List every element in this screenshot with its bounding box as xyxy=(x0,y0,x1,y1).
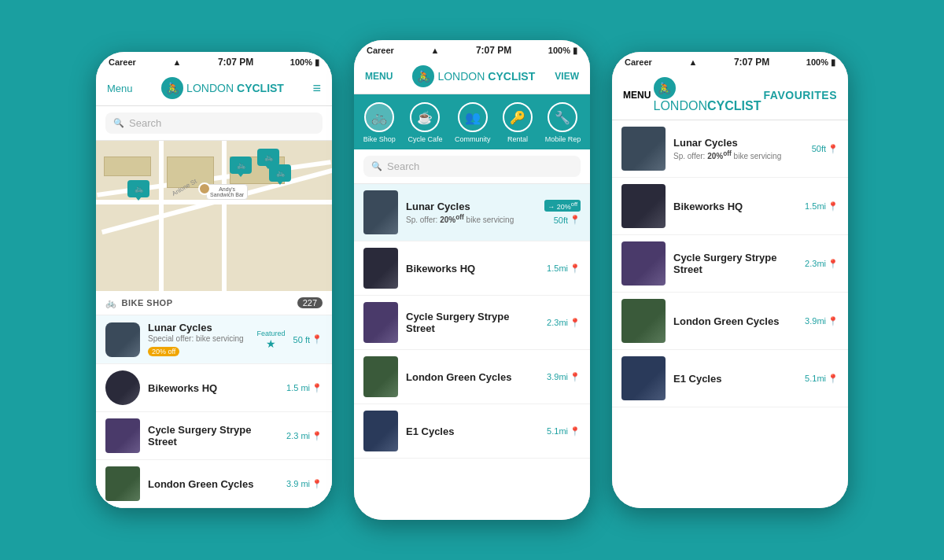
map-pin-3[interactable]: 🚲 xyxy=(269,164,291,182)
p3-item-bikeworks[interactable]: Bikeworks HQ 1.5mi 📍 xyxy=(612,178,848,235)
list-item-featured-1[interactable]: Lunar Cycles Special offer: bike servici… xyxy=(96,315,332,364)
search-placeholder-1: Search xyxy=(129,117,161,129)
p3-name-cyclesurgery: Cycle Surgery Strype Street xyxy=(673,252,797,275)
p3-list: Lunar Cycles Sp. offer: 20%off bike serv… xyxy=(612,120,848,508)
p3-item-lunar[interactable]: Lunar Cycles Sp. offer: 20%off bike serv… xyxy=(612,120,848,178)
list-item-cyclesurgery-1[interactable]: Cycle Surgery Strype Street 2.3 mi 📍 xyxy=(96,412,332,460)
map-pin-2[interactable]: 🚲 xyxy=(257,149,279,166)
dist-value-cyclesurgery-1: 2.3 mi xyxy=(286,431,310,440)
p3-item-cyclesurgery[interactable]: Cycle Surgery Strype Street 2.3mi 📍 xyxy=(612,235,848,293)
p3-thumb-londongreen xyxy=(621,299,666,343)
p3-info-londongreen: London Green Cycles xyxy=(673,315,797,327)
logo-3: 🚴 LONDONCYCLIST xyxy=(654,77,761,113)
cat-tab-rental[interactable]: 🔑 Rental xyxy=(503,102,533,143)
map-pin-1[interactable]: 🚲 xyxy=(230,157,252,174)
menu-link-2[interactable]: MENU xyxy=(365,71,393,82)
menu-link-1[interactable]: Menu xyxy=(107,83,133,94)
p3-info-bikeworks: Bikeworks HQ xyxy=(673,201,797,212)
p3-dist-value-bikeworks: 1.5mi xyxy=(805,201,826,211)
list-item-londongreen-2[interactable]: London Green Cycles 3.9mi 📍 xyxy=(354,350,590,404)
loc-icon-londongreen-2: 📍 xyxy=(570,372,581,382)
logo-icon-1: 🚴 xyxy=(161,77,183,99)
item-thumb-lunar-1 xyxy=(105,322,140,357)
p3-name-londongreen: London Green Cycles xyxy=(673,315,797,327)
search-bar-2: 🔍 Search xyxy=(354,149,590,184)
favourites-title: FAVOURITES xyxy=(764,89,837,101)
dist-value-londongreen-1: 3.9 mi xyxy=(286,479,310,488)
p3-item-londongreen[interactable]: London Green Cycles 3.9mi 📍 xyxy=(612,293,848,350)
featured-right-2: → 20%off 50ft 📍 xyxy=(544,200,581,225)
dist-value-lunar-2: 50ft xyxy=(554,216,568,225)
cat-tab-mobilerep[interactable]: 🔧 Mobile Rep xyxy=(545,102,581,143)
search-input-2[interactable]: 🔍 Search xyxy=(363,156,581,177)
cat-icon-rental: 🔑 xyxy=(503,102,533,132)
hamburger-icon-1[interactable]: ≡ xyxy=(312,80,321,97)
item-thumb-bikeworks-1 xyxy=(105,370,140,405)
app-header-1: Menu 🚴 LONDONCYCLIST ≡ xyxy=(96,71,332,106)
list-item-featured-2[interactable]: Lunar Cycles Sp. offer: 20%off bike serv… xyxy=(354,184,590,241)
p3-thumb-cyclesurgery xyxy=(621,241,666,286)
item-info-cyclesurgery-1: Cycle Surgery Strype Street xyxy=(148,424,278,448)
p3-loc-e1: 📍 xyxy=(828,374,839,384)
battery-pct-1: 100% xyxy=(290,57,312,67)
logo-cyclist-2: CYCLIST xyxy=(488,70,535,83)
item-thumb-londongreen-1 xyxy=(105,466,140,501)
menu-link-3[interactable]: MENU xyxy=(623,90,651,101)
search-input-1[interactable]: 🔍 Search xyxy=(105,112,323,134)
app-header-3: MENU 🚴 LONDONCYCLIST FAVOURITES xyxy=(612,71,848,120)
item-dist-e1-2: 5.1mi 📍 xyxy=(547,426,581,437)
item-dist-lunar-2: 50ft 📍 xyxy=(554,215,581,225)
status-bar-1: Career ▲ 7:07 PM 100% ▮ xyxy=(96,52,332,71)
search-placeholder-2: Search xyxy=(387,160,419,172)
p3-dist-value-lunar: 50ft xyxy=(812,144,826,153)
item-name-lunar-1: Lunar Cycles xyxy=(148,322,249,333)
item-thumb-lunar-2 xyxy=(363,190,398,234)
category-label-1: BIKE SHOP xyxy=(122,298,173,308)
item-info-lunar-2: Lunar Cycles Sp. offer: 20%off bike serv… xyxy=(406,201,537,224)
map-area-1: Anlone St Andy'sSandwich Bar 🚲 🚲 🚲 🚲 xyxy=(96,141,332,291)
time-2: 7:07 PM xyxy=(476,45,511,56)
item-dist-londongreen-1: 3.9 mi 📍 xyxy=(286,479,323,489)
battery-icon-3: ▮ xyxy=(831,57,835,68)
landmark-circle xyxy=(198,182,211,195)
logo-icon-2: 🚴 xyxy=(412,65,434,87)
item-info-e1-2: E1 Cycles xyxy=(406,426,539,437)
cat-tab-community[interactable]: 👥 Community xyxy=(455,102,491,143)
cat-tab-cyclecafe[interactable]: ☕ Cycle Cafe xyxy=(407,102,442,143)
dist-value-e1-2: 5.1mi xyxy=(547,426,568,436)
count-badge-1: 227 xyxy=(297,297,323,308)
list-item-londongreen-1[interactable]: London Green Cycles 3.9 mi 📍 xyxy=(96,460,332,508)
list-item-bikeworks-2[interactable]: Bikeworks HQ 1.5mi 📍 xyxy=(354,241,590,296)
featured-badge-1: Featured ★ xyxy=(257,330,286,350)
item-dist-bikeworks-1: 1.5 mi 📍 xyxy=(286,383,323,393)
p3-loc-bikeworks: 📍 xyxy=(828,201,839,212)
dist-value-cyclesurgery-2: 2.3mi xyxy=(547,318,568,327)
cat-tab-bikeshop[interactable]: 🚲 Bike Shop xyxy=(363,102,396,143)
p3-info-cyclesurgery: Cycle Surgery Strype Street xyxy=(673,252,797,275)
dist-value-lunar-1: 50 ft xyxy=(293,335,310,344)
p3-dist-e1: 5.1mi 📍 xyxy=(805,374,839,384)
battery-2: 100% ▮ xyxy=(548,46,577,56)
item-name-cyclesurgery-2: Cycle Surgery Strype Street xyxy=(406,311,539,334)
battery-pct-3: 100% xyxy=(806,57,828,67)
logo-london-1: LONDON xyxy=(186,82,234,94)
loc-icon-lunar-2: 📍 xyxy=(570,215,581,225)
status-bar-3: Career ▲ 7:07 PM 100% ▮ xyxy=(612,52,848,71)
logo-1: 🚴 LONDONCYCLIST xyxy=(161,77,284,99)
p3-info-lunar: Lunar Cycles Sp. offer: 20%off bike serv… xyxy=(673,137,804,160)
list-item-bikeworks-1[interactable]: Bikeworks HQ 1.5 mi 📍 xyxy=(96,364,332,412)
list-item-e1-2[interactable]: E1 Cycles 5.1mi 📍 xyxy=(354,404,590,459)
carrier-3: Career xyxy=(625,57,652,67)
view-link-2[interactable]: VIEW xyxy=(555,71,579,82)
p3-info-e1: E1 Cycles xyxy=(673,373,797,385)
p3-dist-cyclesurgery: 2.3mi 📍 xyxy=(805,259,839,269)
p3-item-e1[interactable]: E1 Cycles 5.1mi 📍 xyxy=(612,350,848,407)
map-pin-4[interactable]: 🚲 xyxy=(127,180,149,197)
logo-cyclist-3: CYCLIST xyxy=(707,99,761,112)
offer-badge-1: 20% off xyxy=(148,347,179,356)
p3-name-lunar: Lunar Cycles xyxy=(673,137,804,149)
carrier-2: Career xyxy=(367,46,394,55)
loc-icon-cyclesurgery-2: 📍 xyxy=(570,318,581,328)
item-name-londongreen-2: London Green Cycles xyxy=(406,371,539,383)
list-item-cyclesurgery-2[interactable]: Cycle Surgery Strype Street 2.3mi 📍 xyxy=(354,296,590,350)
